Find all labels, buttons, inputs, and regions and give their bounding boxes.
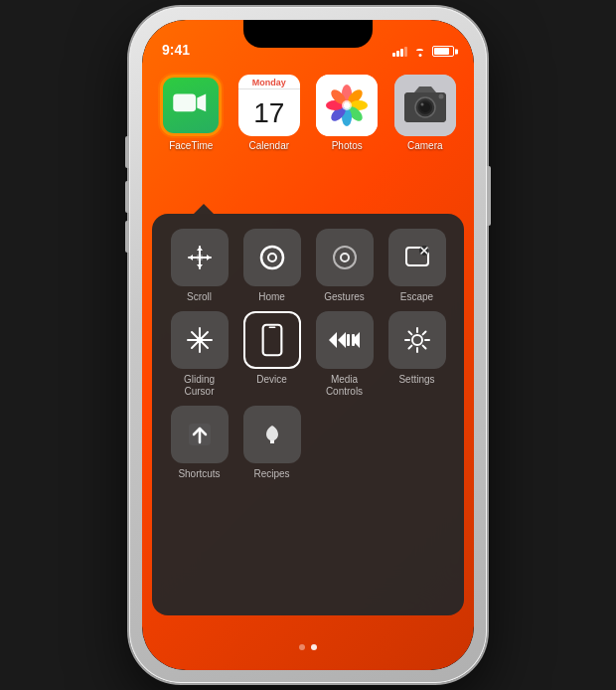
photos-icon-img [316,75,378,136]
svg-marker-40 [338,332,346,348]
phone-inner: 9:41 [142,20,474,670]
svg-line-52 [408,346,411,349]
assistive-touch-menu: Scroll Home [152,214,464,615]
menu-item-gliding-cursor[interactable]: Gliding Cursor [167,311,231,398]
apps-grid: FaceTime Monday 17 Calendar [142,75,474,151]
cal-date: 17 [238,89,300,136]
svg-rect-23 [197,255,203,260]
menu-item-home[interactable]: Home [239,229,304,303]
app-photos[interactable]: Photos [313,75,382,151]
media-controls-label: Media Controls [326,374,363,398]
escape-label: Escape [400,291,433,303]
svg-rect-0 [174,94,197,112]
app-camera[interactable]: Camera [391,75,460,151]
facetime-label: FaceTime [169,140,213,151]
popup-grid: Scroll Home [162,224,454,485]
recipes-icon-wrap [243,406,301,463]
app-calendar[interactable]: Monday 17 Calendar [235,75,304,151]
settings-icon-wrap [388,311,446,369]
svg-rect-55 [270,440,274,443]
media-controls-icon-wrap [316,311,374,369]
svg-line-51 [422,332,425,335]
screen: 9:41 [142,20,474,670]
svg-point-24 [261,247,283,268]
menu-item-settings[interactable]: Settings [385,311,449,398]
svg-line-49 [408,332,411,335]
device-icon-wrap [243,311,301,369]
menu-item-media-controls[interactable]: Media Controls [312,311,377,398]
svg-point-19 [420,103,423,106]
calendar-label: Calendar [248,140,289,151]
signal-icon [392,47,407,57]
shortcuts-icon-wrap [171,406,229,463]
svg-point-20 [438,94,443,99]
wifi-icon [412,46,427,57]
calendar-icon-img: Monday 17 [238,75,300,136]
svg-rect-41 [347,334,350,346]
popup-arrow [194,204,214,214]
photos-label: Photos [332,140,363,151]
home-label: Home [258,291,285,303]
page-dot-1 [299,644,305,650]
svg-rect-37 [262,325,281,356]
svg-point-36 [197,337,203,343]
svg-point-44 [412,335,422,345]
svg-point-25 [268,254,276,261]
gestures-icon-wrap [316,229,374,286]
camera-icon-img [394,75,456,136]
cal-header: Monday [238,75,300,89]
phone-frame: 9:41 [129,7,487,683]
home-icon-wrap [243,229,301,286]
settings-label: Settings [398,374,434,386]
app-facetime[interactable]: FaceTime [157,75,226,151]
scroll-label: Scroll [187,291,212,303]
menu-item-gestures[interactable]: Gestures [312,229,377,303]
status-time: 9:41 [162,42,190,60]
shortcuts-label: Shortcuts [178,468,220,480]
notch [243,20,373,48]
svg-point-26 [334,247,356,268]
status-icons [392,46,454,60]
gliding-cursor-icon-wrap [171,311,229,369]
gestures-label: Gestures [324,291,365,303]
page-dot-2 [311,644,317,650]
escape-icon-wrap [388,229,446,286]
svg-marker-39 [329,332,337,348]
recipes-label: Recipes [253,468,289,480]
menu-item-recipes[interactable]: Recipes [239,406,304,480]
camera-label: Camera [407,140,443,151]
gliding-cursor-label: Gliding Cursor [184,374,215,398]
scroll-icon-wrap [171,229,229,286]
menu-item-device[interactable]: Device [239,311,304,398]
menu-item-scroll[interactable]: Scroll [167,229,231,303]
menu-item-escape[interactable]: Escape [385,229,449,303]
svg-line-50 [422,346,425,349]
menu-item-shortcuts[interactable]: Shortcuts [167,406,231,480]
device-label: Device [256,374,287,386]
svg-point-27 [341,254,349,261]
svg-marker-1 [198,94,207,112]
svg-point-11 [342,100,352,110]
battery-icon [432,46,454,57]
page-dots [142,644,474,650]
facetime-icon-img [160,75,222,136]
